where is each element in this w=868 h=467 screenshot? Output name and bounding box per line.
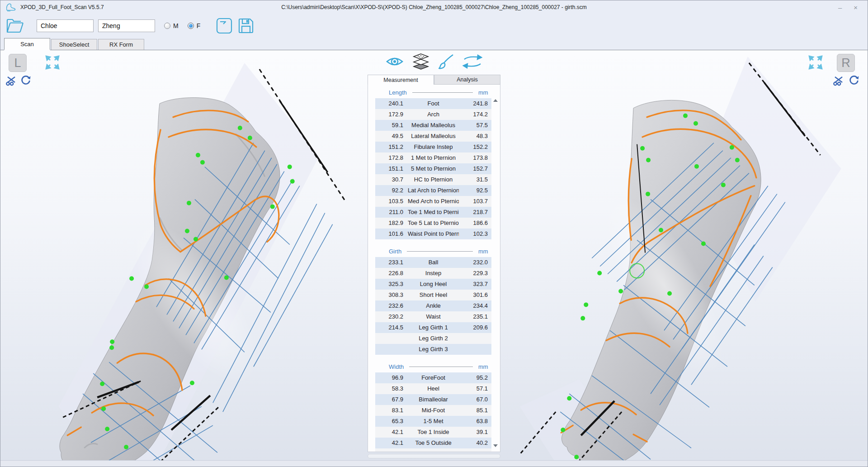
measurement-row[interactable]: 92.2Lat Arch to Pternion92.5 [375, 185, 491, 196]
left-foot-value: 47.3 [375, 448, 408, 452]
scroll-down-arrow[interactable] [493, 444, 498, 447]
right-cut-button[interactable] [833, 75, 845, 87]
measurement-row[interactable]: 211.0Toe 1 Med to Pternion218.7 [375, 207, 491, 218]
left-foot-value: 58.3 [375, 383, 408, 394]
measurement-label: Toe 5 Outside [408, 438, 459, 448]
left-reset-view-button[interactable] [20, 75, 31, 87]
measurement-row[interactable]: 103.5Med Arch to Pternion103.7 [375, 196, 491, 207]
right-reset-view-button[interactable] [849, 75, 859, 87]
measurement-label: Leg Girth 2 [408, 333, 459, 344]
left-foot-3d-view[interactable] [0, 50, 367, 467]
left-foot-button[interactable]: L [9, 54, 27, 72]
measurement-label: 1 Met to Pternion [408, 152, 459, 163]
measurement-row[interactable]: 172.9Arch174.2 [375, 109, 491, 120]
measurement-row[interactable]: 83.1Mid-Foot85.1 [375, 405, 491, 416]
measurement-row[interactable]: 42.1Toe 5 Outside40.2 [375, 438, 491, 448]
right-foot-3d-view[interactable] [501, 50, 868, 467]
horizontal-scrollbar[interactable] [368, 454, 500, 458]
measurement-panel: Measurement Analysis Lengthmm240.1Foot24… [368, 75, 500, 458]
measurement-row[interactable]: 151.15 Met to Pternion152.7 [375, 163, 491, 174]
right-foot-value: 57.5 [459, 120, 491, 131]
measurement-label: Waist Point to Pternion [408, 229, 459, 239]
rotate-icon [20, 75, 31, 86]
measurement-row[interactable]: Leg Girth 3 [375, 344, 491, 355]
measurement-row[interactable]: 240.1Foot241.8 [375, 98, 491, 109]
last-name-input[interactable] [98, 19, 155, 32]
new-scan-button[interactable] [216, 17, 233, 34]
section-length: Lengthmm240.1Foot241.8172.9Arch174.259.1… [368, 86, 500, 239]
open-folder-button[interactable] [6, 18, 24, 34]
measurement-row[interactable]: Leg Girth 2 [375, 333, 491, 344]
gender-group: M F [164, 22, 200, 29]
right-foot-value: 95.2 [459, 372, 491, 383]
measurement-row[interactable]: 65.31-5 Met63.8 [375, 416, 491, 427]
save-button[interactable] [237, 17, 255, 34]
left-foot-value: 67.9 [375, 394, 408, 405]
window-controls: – × [838, 4, 868, 11]
right-foot-button[interactable]: R [837, 54, 855, 72]
measurement-row[interactable]: 214.5Leg Girth 1209.6 [375, 322, 491, 333]
minimize-button[interactable]: – [838, 4, 842, 11]
gender-female-label: F [197, 22, 201, 29]
measurement-row[interactable]: 42.1Toe 1 Inside39.1 [375, 427, 491, 438]
measurement-row[interactable]: 47.3Metatarsale Tibiale46.3 [375, 448, 491, 452]
left-foot-value: 30.7 [375, 174, 408, 185]
left-foot-value: 103.5 [375, 196, 408, 207]
brush-icon [438, 53, 454, 70]
measurement-row[interactable]: 58.3Heel57.1 [375, 383, 491, 394]
right-fullscreen-button[interactable] [808, 55, 823, 71]
measurement-row[interactable]: 101.6Waist Point to Pternion102.3 [375, 229, 491, 239]
left-foot-value: 151.1 [375, 163, 408, 174]
measurement-row[interactable]: 182.9Toe 5 Lat to Pternion186.6 [375, 218, 491, 229]
measurement-label: Leg Girth 1 [408, 322, 459, 333]
measurement-row[interactable]: 308.3Short Heel301.6 [375, 290, 491, 300]
paint-button[interactable] [438, 53, 454, 70]
right-foot-value: 57.1 [459, 383, 491, 394]
measurement-row[interactable]: 59.1Medial Malleolus57.5 [375, 120, 491, 131]
bottom-scrollbar-track[interactable] [0, 460, 868, 467]
measurement-row[interactable]: 325.3Long Heel323.7 [375, 279, 491, 290]
measurement-row[interactable]: 96.9ForeFoot95.2 [375, 372, 491, 383]
measurement-row[interactable]: 67.9Bimalleolar67.0 [375, 394, 491, 405]
left-cut-button[interactable] [6, 75, 18, 87]
measurement-row[interactable]: 49.5Lateral Malleolus48.3 [375, 131, 491, 142]
left-foot-value: 151.2 [375, 142, 408, 152]
measurement-row[interactable]: 226.8Instep229.3 [375, 268, 491, 279]
tab-rx-form[interactable]: RX Form [98, 39, 144, 50]
expand-icon [808, 55, 823, 70]
left-fullscreen-button[interactable] [45, 55, 60, 71]
measurement-row[interactable]: 232.6Ankle234.4 [375, 300, 491, 311]
measurement-panel-tabs: Measurement Analysis [368, 75, 500, 85]
compare-button[interactable] [462, 54, 482, 69]
first-name-input[interactable] [37, 19, 94, 32]
app-foot-icon [5, 3, 17, 12]
close-button[interactable]: × [854, 4, 858, 11]
measurement-row[interactable]: 151.2Fibulare Instep152.2 [375, 142, 491, 152]
visibility-button[interactable] [386, 54, 404, 69]
gender-radio-female[interactable] [188, 23, 194, 29]
left-foot-value: 325.3 [375, 279, 408, 290]
tab-scan[interactable]: Scan [4, 38, 50, 50]
unit-label: mm [478, 89, 500, 96]
tab-analysis[interactable]: Analysis [434, 75, 500, 85]
tab-measurement[interactable]: Measurement [368, 75, 434, 85]
section-width: Widthmm96.9ForeFoot95.258.3Heel57.167.9B… [368, 361, 500, 452]
scroll-up-arrow[interactable] [493, 99, 498, 102]
left-foot-value: 214.5 [375, 322, 408, 333]
measurement-row[interactable]: 230.2Waist235.1 [375, 311, 491, 322]
gender-radio-male[interactable] [164, 23, 170, 29]
measurement-label: Leg Girth 3 [408, 344, 459, 355]
measurement-label: Heel [408, 383, 459, 394]
left-foot-label: L [14, 56, 21, 70]
measurement-row[interactable]: 233.1Ball232.0 [375, 257, 491, 268]
measurement-label: Ankle [408, 300, 459, 311]
left-foot-value: 96.9 [375, 372, 408, 383]
measurement-label: Fibulare Instep [408, 142, 459, 152]
tab-shoeselect[interactable]: ShoeSelect [51, 39, 97, 50]
measurement-row[interactable]: 172.81 Met to Pternion173.8 [375, 152, 491, 163]
measurement-row[interactable]: 30.7HC to Pternion31.5 [375, 174, 491, 185]
right-foot-value: 301.6 [459, 290, 491, 300]
layers-button[interactable] [412, 53, 430, 70]
left-foot-value [375, 333, 408, 344]
left-foot-value [375, 344, 408, 355]
